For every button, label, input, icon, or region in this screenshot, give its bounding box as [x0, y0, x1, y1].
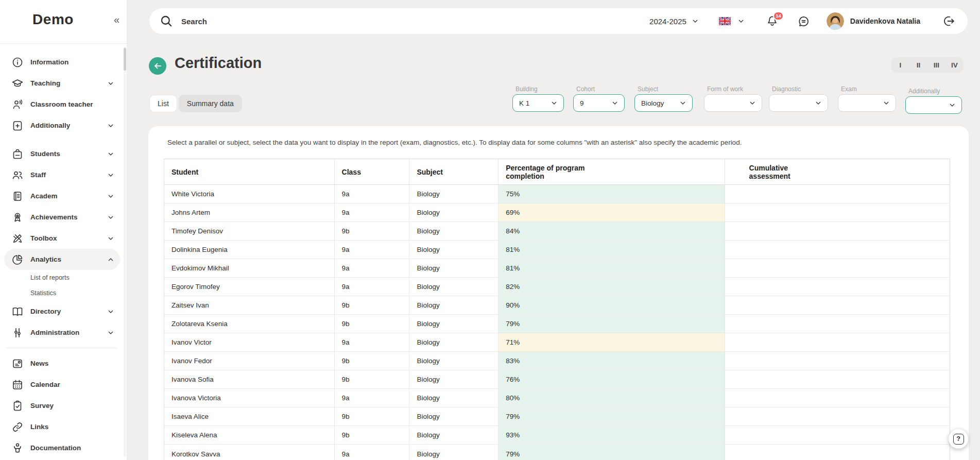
sidebar-item-teaching[interactable]: Teaching	[4, 73, 120, 94]
cell-subject: Biology	[409, 259, 498, 277]
cell-percent: 93%	[498, 426, 725, 444]
back-button[interactable]	[149, 57, 166, 75]
filter-select[interactable]: Biology	[634, 94, 693, 112]
backpack-icon	[11, 148, 24, 160]
search-input[interactable]	[180, 16, 649, 26]
filter-additionally: Additionally	[905, 96, 962, 114]
sidebar-item-toolbox[interactable]: Toolbox	[4, 228, 120, 249]
table-row: Egorov Timofey9aBiology82%	[164, 278, 950, 296]
quarter-tab-ii[interactable]: II	[909, 61, 927, 69]
cell-student: Zaitsev Ivan	[164, 296, 335, 314]
language-select[interactable]	[719, 17, 745, 25]
chevron-down-icon	[882, 99, 890, 107]
view-toggle: ListSummary data	[149, 95, 244, 112]
cell-subject: Biology	[409, 389, 498, 407]
sidebar-subitem-statistics[interactable]: Statistics	[0, 285, 123, 301]
topbar-actions: 2024-2025 14 Davidenkova Natalia	[649, 12, 955, 30]
cell-class: 9b	[335, 352, 410, 370]
sidebar-item-news[interactable]: News	[4, 353, 120, 374]
filter-select[interactable]: K 1	[512, 94, 564, 112]
sidebar-scrollbar[interactable]	[124, 46, 126, 457]
messages-button[interactable]	[797, 15, 810, 28]
table-header-row: StudentClassSubjectPercentage of program…	[164, 159, 950, 185]
table-row: Timofey Denisov9bBiology84%	[164, 222, 950, 241]
sidebar-item-students[interactable]: Students	[4, 143, 120, 164]
avatar[interactable]	[827, 12, 844, 30]
cell-student: Ivanov Fedor	[164, 352, 335, 370]
cell-cumulative-assessment	[725, 370, 950, 388]
sidebar-item-documentation[interactable]: Documentation	[4, 437, 120, 458]
scrollbar-thumb[interactable]	[124, 48, 126, 71]
sidebar-item-links[interactable]: Links	[4, 416, 120, 437]
cell-student: Evdokimov Mikhail	[164, 259, 335, 277]
cell-student: White Victoria	[164, 185, 335, 203]
sidebar-item-classroom-teacher[interactable]: Classroom teacher	[4, 94, 120, 115]
chevron-down-icon	[814, 99, 822, 107]
sidebar-item-staff[interactable]: Staff	[4, 164, 120, 185]
cell-percent: 81%	[498, 241, 725, 259]
filter-select[interactable]	[769, 94, 828, 112]
quarter-tab-i[interactable]: I	[891, 61, 909, 69]
sidebar-item-directory[interactable]: Directory	[4, 301, 120, 322]
sidebar-item-analytics[interactable]: Analytics	[4, 249, 120, 270]
cell-percent: 81%	[498, 259, 725, 277]
carrier-icon	[11, 442, 24, 454]
cell-student: Johns Artem	[164, 203, 335, 222]
table-row: Zaitsev Ivan9bBiology90%	[164, 296, 950, 315]
sidebar-item-label: Directory	[30, 308, 107, 315]
table-row: Ivanov Victor9aBiology71%	[164, 333, 950, 352]
filter-select[interactable]: 9	[573, 94, 625, 112]
newspaper-icon	[11, 357, 24, 370]
sidebar-item-additionally[interactable]: Additionally	[4, 115, 120, 136]
sidebar-item-academ[interactable]: Academ	[4, 185, 120, 207]
cell-class: 9b	[335, 315, 410, 333]
logout-button[interactable]	[943, 15, 955, 27]
cell-percent: 71%	[498, 333, 725, 351]
chevron-down-icon	[107, 150, 115, 158]
cell-student: Egorov Timofey	[164, 278, 335, 296]
filter-select[interactable]	[905, 96, 962, 114]
sidebar-item-administration[interactable]: Administration	[4, 322, 120, 343]
column-header: Cumulative assessment	[725, 159, 950, 184]
cell-student: Ivanova Victoria	[164, 389, 335, 407]
filter-label: Building	[515, 86, 538, 93]
column-header: Percentage of program completion	[498, 159, 725, 184]
cell-subject: Biology	[409, 241, 498, 259]
cell-percent: 83%	[498, 352, 725, 370]
sidebar-item-label: Information	[30, 58, 115, 66]
view-tab-list[interactable]: List	[149, 95, 177, 112]
academic-year-select[interactable]: 2024-2025	[649, 17, 699, 26]
cell-percent: 79%	[498, 315, 725, 333]
quarter-tab-iv[interactable]: IV	[945, 61, 964, 69]
filter-label: Diagnostic	[772, 86, 801, 93]
people-icon	[11, 169, 24, 181]
help-button[interactable]: ?	[949, 429, 968, 449]
filter-value: Biology	[641, 99, 679, 107]
sidebar-item-label: Additionally	[30, 122, 107, 129]
notifications-badge: 14	[773, 11, 784, 21]
sidebar-collapse-icon[interactable]: «	[114, 14, 119, 26]
sidebar-item-information[interactable]: Information	[4, 52, 120, 73]
sidebar-menu: InformationTeachingClassroom teacherAddi…	[0, 44, 123, 460]
cell-class: 9a	[335, 445, 410, 460]
filter-label: Cohort	[576, 86, 595, 93]
sidebar-subitem-list-of-reports[interactable]: List of reports	[0, 270, 123, 285]
teaching-icon	[11, 77, 24, 90]
sidebar-item-label: Achievements	[30, 213, 107, 221]
cell-class: 9a	[335, 185, 410, 203]
user-name[interactable]: Davidenkova Natalia	[850, 17, 920, 25]
view-tab-summary-data[interactable]: Summary data	[179, 95, 242, 112]
sidebar-item-label: Toolbox	[30, 234, 107, 242]
sidebar-item-calendar[interactable]: Calendar	[4, 374, 120, 395]
quarter-tab-iii[interactable]: III	[927, 61, 945, 69]
pencils-icon	[11, 232, 24, 245]
filter-select[interactable]	[838, 94, 896, 112]
cell-cumulative-assessment	[725, 203, 950, 222]
filter-select[interactable]	[704, 94, 762, 112]
sidebar-item-survey[interactable]: Survey	[4, 395, 120, 416]
notifications-button[interactable]: 14	[766, 15, 779, 28]
table-row: Ivanova Victoria9aBiology80%	[164, 389, 950, 407]
chevron-down-icon	[550, 99, 558, 107]
sidebar-item-achievements[interactable]: Achievements	[4, 207, 120, 228]
chevron-down-icon	[107, 122, 115, 130]
